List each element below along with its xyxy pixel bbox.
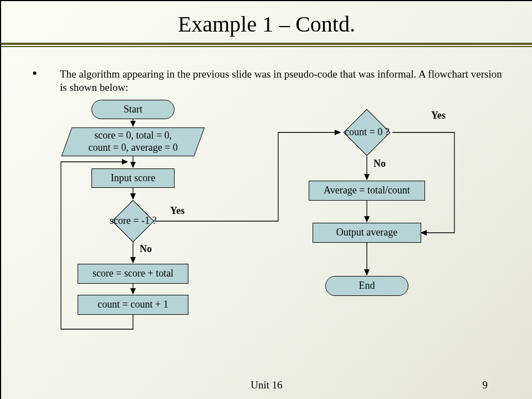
intro-text: The algorithm appearing in the previous …	[60, 68, 503, 94]
flow-increment: count = count + 1	[78, 295, 188, 315]
flow-end: End	[325, 276, 408, 296]
flow-decision-score-label: score = -1 ?	[110, 215, 157, 227]
label-no-left: No	[140, 243, 152, 255]
flow-accumulate: score = score + total	[78, 264, 188, 284]
label-yes-right: Yes	[431, 110, 446, 121]
footer-unit: Unit 16	[1, 379, 532, 391]
flow-end-label: End	[359, 280, 375, 292]
flow-start-label: Start	[124, 104, 142, 116]
page-number: 9	[483, 379, 488, 391]
flow-connectors	[1, 1, 532, 399]
title-rule	[1, 43, 532, 47]
bullet-icon: •	[32, 66, 37, 81]
flow-accumulate-label: score = score + total	[93, 268, 173, 280]
flow-init-line1: score = 0, total = 0,	[67, 130, 199, 142]
flow-output: Output average	[313, 223, 421, 243]
flow-init: score = 0, total = 0, count = 0, average…	[62, 127, 205, 156]
flow-input-score: Input score	[91, 168, 175, 188]
slide-title: Example 1 – Contd.	[1, 1, 532, 43]
flow-average: Average = total/count	[309, 181, 425, 201]
label-yes-left: Yes	[170, 205, 185, 217]
label-no-right: No	[374, 158, 386, 170]
flow-average-label: Average = total/count	[324, 185, 410, 197]
flow-decision-count: count = 0 ?	[344, 109, 391, 156]
flow-init-line2: count = 0, average = 0	[67, 142, 199, 154]
flow-decision-score: score = -1 ?	[112, 200, 154, 242]
flow-increment-label: count = count + 1	[98, 299, 168, 311]
flow-start: Start	[91, 100, 175, 119]
flow-input-label: Input score	[111, 172, 155, 185]
flow-decision-count-label: count = 0 ?	[345, 126, 390, 139]
flow-output-label: Output average	[336, 227, 397, 239]
